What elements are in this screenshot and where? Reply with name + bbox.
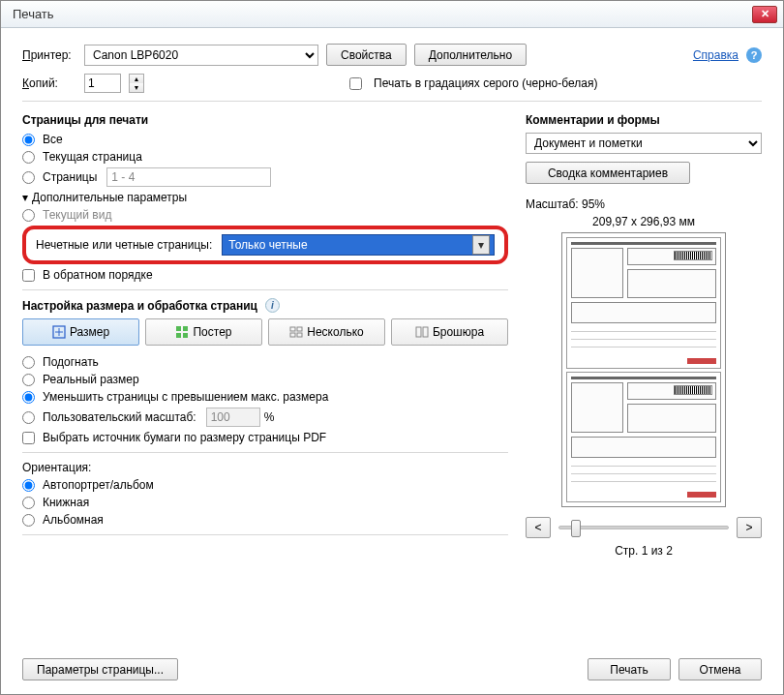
- actual-label: Реальный размер: [43, 373, 139, 386]
- help-icon[interactable]: ?: [746, 47, 762, 63]
- help-link[interactable]: Справка: [693, 48, 739, 62]
- window-title: Печать: [7, 7, 752, 21]
- grayscale-checkbox[interactable]: [349, 77, 362, 90]
- pages-range-radio[interactable]: [22, 171, 35, 184]
- titlebar: Печать ✕: [1, 1, 783, 28]
- actual-radio[interactable]: [22, 374, 35, 386]
- comments-select[interactable]: Документ и пометки: [526, 133, 762, 154]
- reverse-checkbox[interactable]: [22, 269, 35, 282]
- choose-source-label: Выбрать источник бумаги по размеру стран…: [43, 431, 326, 444]
- tab-booklet[interactable]: Брошюра: [391, 318, 508, 346]
- poster-icon: [175, 325, 189, 339]
- svg-rect-8: [297, 333, 302, 337]
- percent-label: %: [264, 410, 275, 424]
- pages-section-title: Страницы для печати: [22, 113, 508, 127]
- odd-even-highlight: Нечетные или четные страницы: Только чет…: [22, 226, 508, 264]
- copies-spinner[interactable]: ▲▼: [129, 74, 144, 93]
- spinner-down-icon[interactable]: ▼: [130, 83, 143, 92]
- preview-page-1: [566, 237, 721, 369]
- tab-multiple[interactable]: Несколько: [268, 318, 385, 346]
- svg-rect-6: [297, 327, 302, 331]
- advanced-button[interactable]: Дополнительно: [414, 44, 527, 66]
- multiple-icon: [289, 325, 303, 339]
- print-preview: [561, 232, 726, 507]
- svg-rect-4: [183, 333, 188, 338]
- preview-page-2: [566, 372, 721, 503]
- copies-label: Копий:: [22, 76, 76, 90]
- choose-source-checkbox[interactable]: [22, 432, 35, 444]
- preview-next-button[interactable]: >: [737, 517, 762, 538]
- current-view-radio[interactable]: [22, 209, 35, 222]
- svg-rect-2: [183, 326, 188, 331]
- svg-rect-9: [416, 327, 421, 337]
- orient-landscape-label: Альбомная: [43, 513, 104, 527]
- custom-scale-label: Пользовательский масштаб:: [43, 410, 196, 424]
- booklet-icon: [415, 325, 429, 339]
- cancel-button[interactable]: Отмена: [678, 658, 762, 680]
- pages-all-label: Все: [43, 133, 63, 146]
- slider-thumb[interactable]: [571, 520, 581, 537]
- properties-button[interactable]: Свойства: [326, 44, 407, 66]
- spinner-up-icon[interactable]: ▲: [130, 75, 143, 83]
- shrink-radio[interactable]: [22, 391, 35, 404]
- orient-auto-radio[interactable]: [22, 479, 35, 492]
- custom-scale-radio[interactable]: [22, 411, 35, 424]
- scale-label: Масштаб: 95%: [526, 197, 762, 211]
- preview-prev-button[interactable]: <: [526, 517, 551, 538]
- info-icon[interactable]: i: [265, 298, 280, 313]
- preview-zoom-slider[interactable]: [558, 526, 729, 529]
- orientation-title: Ориентация:: [22, 461, 508, 474]
- printer-label: Принтер:: [22, 48, 76, 62]
- svg-rect-7: [290, 333, 295, 337]
- tab-size[interactable]: Размер: [22, 318, 139, 346]
- comments-section-title: Комментарии и формы: [526, 113, 762, 127]
- orient-portrait-label: Книжная: [43, 496, 89, 509]
- more-params-toggle[interactable]: ▾ Дополнительные параметры: [22, 191, 508, 204]
- page-setup-button[interactable]: Параметры страницы...: [22, 658, 178, 680]
- orient-portrait-radio[interactable]: [22, 497, 35, 509]
- print-button[interactable]: Печать: [588, 658, 671, 680]
- fit-label: Подогнать: [43, 355, 99, 369]
- shrink-label: Уменьшить страницы с превышением макс. р…: [43, 390, 328, 404]
- copies-input[interactable]: [84, 74, 121, 93]
- size-icon: [52, 325, 66, 339]
- svg-rect-10: [423, 327, 428, 337]
- svg-rect-3: [176, 333, 181, 338]
- pages-current-radio[interactable]: [22, 151, 35, 164]
- pages-range-input[interactable]: [106, 167, 271, 187]
- custom-scale-input[interactable]: [206, 408, 260, 427]
- tab-poster[interactable]: Постер: [145, 318, 262, 346]
- grayscale-label: Печать в градациях серого (черно-белая): [374, 76, 597, 90]
- fit-radio[interactable]: [22, 356, 35, 369]
- orient-auto-label: Автопортрет/альбом: [43, 478, 154, 492]
- printer-select[interactable]: Canon LBP6020: [84, 45, 318, 66]
- print-dialog: Печать ✕ Принтер: Canon LBP6020 Свойства…: [0, 0, 784, 695]
- orient-landscape-radio[interactable]: [22, 514, 35, 527]
- summarize-comments-button[interactable]: Сводка комментариев: [526, 162, 690, 184]
- pages-current-label: Текущая страница: [43, 150, 142, 164]
- pages-range-label: Страницы: [43, 170, 97, 184]
- pages-all-radio[interactable]: [22, 134, 35, 146]
- page-info-label: Стр. 1 из 2: [526, 544, 762, 558]
- close-button[interactable]: ✕: [752, 6, 777, 23]
- odd-even-select[interactable]: Только четные: [222, 234, 495, 256]
- dimensions-label: 209,97 x 296,93 мм: [526, 215, 762, 228]
- svg-rect-1: [176, 326, 181, 331]
- svg-rect-5: [290, 327, 295, 331]
- current-view-label: Текущий вид: [43, 208, 111, 222]
- reverse-label: В обратном порядке: [43, 268, 153, 282]
- sizing-section-title: Настройка размера и обработка страниц: [22, 299, 257, 313]
- odd-even-label: Нечетные или четные страницы:: [36, 238, 212, 252]
